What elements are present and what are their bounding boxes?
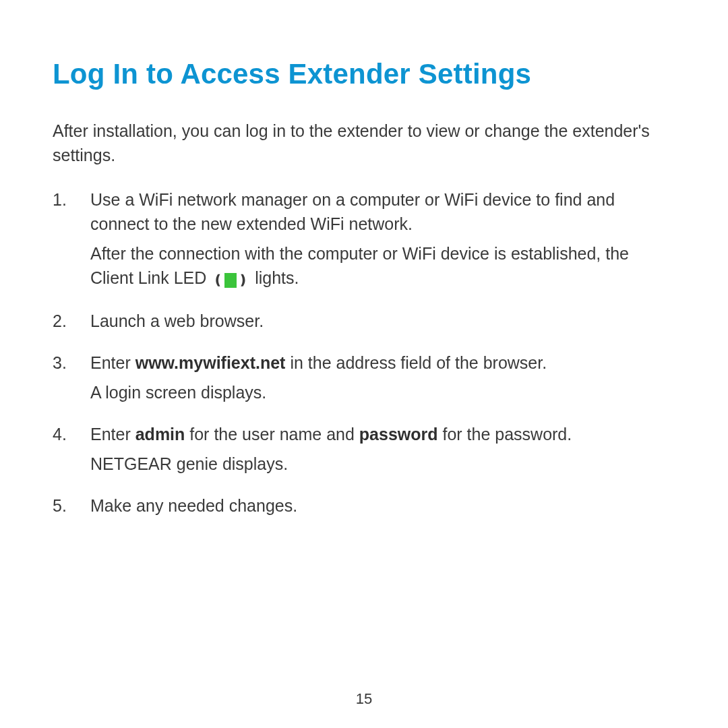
step-4-pre: Enter [90, 425, 135, 444]
step-3: Enter www.mywifiext.net in the address f… [90, 351, 675, 404]
steps-list: Use a WiFi network manager on a computer… [53, 187, 675, 518]
step-2-text: Launch a web browser. [90, 311, 264, 330]
client-link-led-icon: ❪❫ [212, 267, 249, 291]
signal-wave-left-icon: ❪ [212, 273, 224, 286]
step-4-username: admin [135, 425, 185, 444]
led-square-icon [224, 273, 237, 288]
step-1b-post: lights. [250, 268, 299, 287]
step-1-detail: After the connection with the computer o… [90, 241, 675, 291]
step-1b-pre: After the connection with the computer o… [90, 244, 629, 287]
signal-wave-right-icon: ❫ [237, 273, 249, 286]
step-3-sub: A login screen displays. [90, 380, 675, 404]
step-2: Launch a web browser. [90, 309, 675, 333]
step-4: Enter admin for the user name and passwo… [90, 422, 675, 476]
step-4-password: password [359, 425, 438, 444]
step-3-post: in the address field of the browser. [285, 353, 547, 372]
page-title: Log In to Access Extender Settings [53, 58, 675, 90]
page-number: 15 [0, 690, 728, 708]
intro-paragraph: After installation, you can log in to th… [53, 119, 675, 167]
step-5-text: Make any needed changes. [90, 496, 297, 515]
step-3-pre: Enter [90, 353, 135, 372]
step-1: Use a WiFi network manager on a computer… [90, 187, 675, 291]
manual-page: Log In to Access Extender Settings After… [0, 0, 728, 728]
step-1-text: Use a WiFi network manager on a computer… [90, 190, 615, 233]
step-4-post: for the password. [438, 425, 572, 444]
step-4-mid: for the user name and [185, 425, 359, 444]
step-4-sub: NETGEAR genie displays. [90, 452, 675, 476]
step-5: Make any needed changes. [90, 493, 675, 518]
step-3-url: www.mywifiext.net [135, 353, 286, 372]
